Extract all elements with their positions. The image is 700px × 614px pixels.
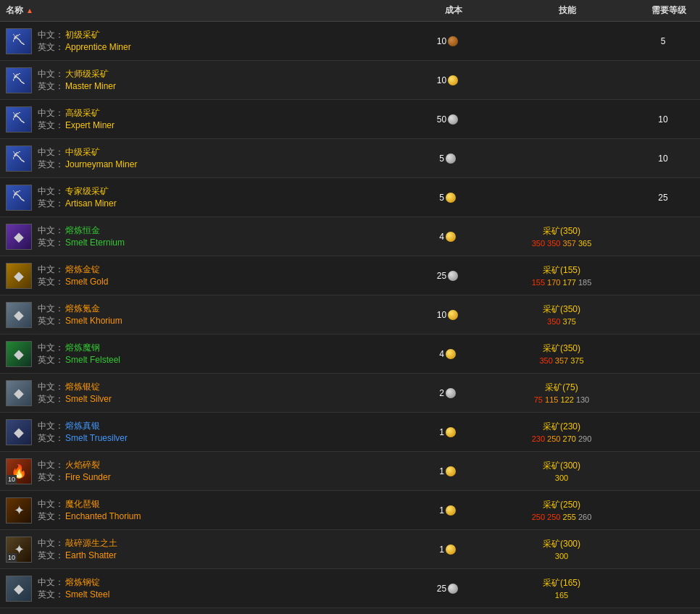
cn-label: 中文：	[38, 30, 64, 40]
name-en: 英文：Artisan Miner	[38, 198, 117, 210]
table-row: ⛏ 中文：中级采矿 英文：Journeyman Miner 5 10	[0, 139, 700, 178]
gold-coin-icon	[446, 505, 456, 516]
name-cn: 中文：火焰碎裂	[38, 459, 111, 471]
cost-num: 2	[439, 388, 444, 398]
icon-symbol: ◆	[7, 381, 31, 405]
table-row: ◆ 中文：熔炼精金 英文：Smelt Adamantite 4 采矿(325) …	[0, 608, 700, 614]
en-name: Smelt Steel	[65, 589, 109, 600]
cost-num: 4	[439, 232, 444, 242]
icon-symbol: ◆	[7, 342, 31, 366]
col-name-header[interactable]: 名称 ▲	[6, 4, 404, 17]
item-icon: ⛏	[6, 185, 32, 211]
cell-skill: 采矿(165) 165	[496, 577, 627, 600]
cost-num: 25	[437, 271, 446, 281]
skill-nums: 350 357 375	[539, 356, 583, 365]
icon-symbol: ◆	[7, 303, 31, 327]
name-en: 英文：Smelt Truesilver	[38, 432, 128, 445]
table-row: 🔥 10 中文：火焰碎裂 英文：Fire Sunder 1 采矿(300) 30…	[0, 452, 700, 491]
icon-symbol: ⛏	[7, 107, 31, 132]
cell-cost: 1	[399, 427, 496, 437]
en-label: 英文：	[38, 120, 64, 130]
cell-skill: 采矿(75) 75 115 122 130	[496, 382, 627, 404]
cn-name: 火焰碎裂	[65, 460, 100, 470]
name-cn: 中文：专家级采矿	[38, 185, 117, 198]
table-row: ◆ 中文：熔炼钢锭 英文：Smelt Steel 25 采矿(165) 165	[0, 569, 700, 608]
en-name: Smelt Felsteel	[65, 355, 120, 365]
name-lines: 中文：初级采矿 英文：Apprentice Miner	[38, 29, 131, 54]
skill-nums: 75 115 122 130	[534, 395, 590, 404]
name-en: 英文：Earth Shatter	[38, 550, 117, 562]
table-row: ✦ 中文：魔化琶银 英文：Enchanted Thorium 1 采矿(250)…	[0, 491, 700, 530]
cell-name: ⛏ 中文：大师级采矿 英文：Master Miner	[0, 63, 399, 98]
name-lines: 中文：熔炼金锭 英文：Smelt Gold	[38, 264, 108, 288]
silver-coin-icon	[448, 271, 458, 281]
cell-cost: 5	[399, 193, 496, 203]
cell-skill: 采矿(155) 155 170 177 185	[496, 264, 627, 287]
icon-symbol: ⛏	[7, 68, 31, 93]
icon-symbol: ◆	[7, 576, 31, 601]
cn-label: 中文：	[38, 421, 64, 431]
col-cost-header[interactable]: 成本	[404, 4, 502, 17]
skill-nums: 155 170 177 185	[532, 278, 592, 287]
item-icon: ✦ 10	[6, 537, 32, 563]
cost-num: 1	[439, 505, 444, 516]
name-lines: 中文：熔炼氪金 英文：Smelt Khorium	[38, 303, 122, 327]
name-lines: 中文：熔炼真银 英文：Smelt Truesilver	[38, 420, 128, 445]
en-name: Smelt Khorium	[65, 316, 122, 326]
name-lines: 中文：熔炼魔钢 英文：Smelt Felsteel	[38, 342, 120, 366]
icon-symbol: ⛏	[7, 185, 31, 210]
item-icon: ◆	[6, 419, 32, 445]
item-icon: ⛏	[6, 28, 32, 54]
name-cn: 中文：熔炼金锭	[38, 264, 108, 276]
silver-coin-icon	[446, 388, 456, 398]
cn-label: 中文：	[38, 264, 64, 274]
en-label: 英文：	[38, 81, 64, 91]
name-cn: 中文：初级采矿	[38, 29, 131, 41]
en-name: Smelt Truesilver	[65, 433, 128, 443]
col-skill-header[interactable]: 技能	[502, 4, 633, 17]
silver-coin-icon	[448, 114, 458, 125]
cell-skill: 采矿(350) 350 350 357 365	[496, 225, 627, 248]
icon-symbol: ⛏	[7, 146, 31, 171]
icon-symbol: ◆	[7, 264, 31, 288]
gold-coin-icon	[448, 75, 458, 85]
cn-label: 中文：	[38, 460, 64, 470]
table-row: ◆ 中文：熔炼真银 英文：Smelt Truesilver 1 采矿(230) …	[0, 413, 700, 452]
cn-label: 中文：	[38, 303, 64, 314]
cn-name: 熔炼金锭	[65, 264, 100, 274]
skill-nums: 300	[555, 474, 568, 482]
en-name: Master Miner	[65, 81, 116, 91]
cell-level: 5	[627, 36, 699, 46]
name-lines: 中文：高级采矿 英文：Expert Miner	[38, 107, 114, 132]
item-icon: ◆	[6, 380, 32, 406]
en-label: 英文：	[38, 589, 64, 600]
silver-coin-icon	[446, 154, 456, 164]
gold-coin-icon	[448, 310, 458, 320]
icon-symbol: ⛏	[7, 29, 31, 54]
en-name: Artisan Miner	[65, 198, 117, 209]
col-level-header[interactable]: 需要等级	[633, 4, 700, 17]
cell-name: ◆ 中文：熔炼氪金 英文：Smelt Khorium	[0, 298, 399, 332]
col-name-label: 名称	[6, 4, 23, 17]
cn-label: 中文：	[38, 108, 64, 118]
main-table: 名称 ▲ 成本 技能 需要等级 ⛏ 中文：初级采矿 英文：Apprentice …	[0, 0, 700, 614]
cost-num: 50	[437, 114, 446, 125]
item-icon: ⛏	[6, 146, 32, 172]
sort-arrow: ▲	[26, 7, 33, 14]
cell-cost: 1	[399, 466, 496, 476]
table-row: ◆ 中文：熔炼魔钢 英文：Smelt Felsteel 4 采矿(350) 35…	[0, 335, 700, 374]
cell-name: ⛏ 中文：初级采矿 英文：Apprentice Miner	[0, 24, 399, 59]
cn-label: 中文：	[38, 538, 64, 548]
cost-num: 1	[439, 427, 444, 437]
cell-cost: 2	[399, 388, 496, 398]
name-lines: 中文：熔炼恒金 英文：Smelt Eternium	[38, 224, 125, 249]
cn-label: 中文：	[38, 147, 64, 157]
name-lines: 中文：中级采矿 英文：Journeyman Miner	[38, 146, 137, 171]
gold-coin-icon	[446, 466, 456, 476]
cn-name: 敲碎源生之土	[65, 538, 117, 548]
cost-num: 10	[437, 75, 446, 85]
cn-name: 初级采矿	[65, 30, 100, 40]
skill-nums: 250 250 255 260	[532, 513, 592, 521]
en-name: Journeyman Miner	[65, 159, 137, 169]
name-en: 英文：Smelt Gold	[38, 276, 108, 288]
